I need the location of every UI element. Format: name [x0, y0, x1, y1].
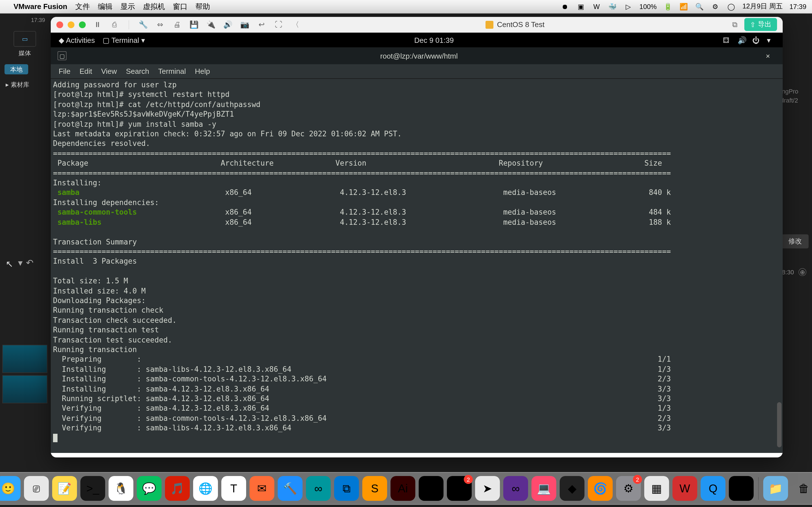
dock-app-sublime[interactable]: S — [362, 476, 387, 501]
dock-app-wps[interactable]: W — [672, 476, 697, 501]
dock-app-capcut[interactable]: ✂ — [729, 476, 754, 501]
term-menu-edit[interactable]: Edit — [80, 67, 92, 75]
export-button[interactable]: ⇧ 导出 — [744, 18, 777, 31]
resize-icon[interactable]: ⇔ — [155, 19, 165, 30]
mac-menu-edit[interactable]: 编辑 — [98, 1, 112, 11]
menubar-date[interactable]: 12月9日 周五 — [742, 2, 783, 11]
cursor-tool-icon[interactable]: ↖ — [6, 258, 15, 267]
pause-icon[interactable]: ⏸ — [93, 19, 103, 30]
terminal-scrollbar[interactable] — [777, 402, 781, 447]
term-menu-search[interactable]: Search — [126, 67, 149, 75]
dock-app-settings[interactable]: ⚙2 — [616, 476, 641, 501]
mac-menubar: VMware Fusion 文件 编辑 显示 虚拟机 窗口 帮助 ⏺ ▣ W 🐳… — [0, 0, 812, 13]
dock-app-blender[interactable]: 🌀 — [588, 476, 613, 501]
picture-in-picture-icon[interactable]: ⧉ — [730, 19, 740, 30]
term-menu-file[interactable]: File — [59, 67, 70, 75]
printer-icon[interactable]: 🖨 — [172, 19, 182, 30]
power-icon[interactable]: ⏻ — [752, 36, 760, 44]
dock-downloads[interactable]: 📁 — [763, 476, 788, 501]
undo-icon[interactable]: ↶ — [26, 258, 33, 268]
terminal-body[interactable]: Adding password for user lzp [root@lzp h… — [51, 79, 783, 453]
dock-app-idea[interactable]: IJ2 — [447, 476, 472, 501]
network-icon[interactable]: ⚃ — [723, 36, 731, 44]
record-icon[interactable]: ⏺ — [560, 2, 569, 11]
dock-app-screenshot[interactable]: ⎚ — [24, 476, 49, 501]
terminal-icon[interactable]: ▢ — [57, 51, 66, 60]
play-tray-icon[interactable]: ▷ — [624, 2, 633, 11]
dock-app-iterm[interactable]: >_ — [80, 476, 105, 501]
tool-chevron-icon[interactable]: ▾ — [18, 258, 22, 268]
export-icon: ⇧ — [750, 20, 756, 29]
dock-trash[interactable]: 🗑 — [792, 476, 812, 501]
bg-tool[interactable]: ↖ ▾ ↶ — [6, 258, 33, 268]
wifi-icon[interactable]: 📶 — [679, 2, 688, 11]
camera-icon[interactable]: 📷 — [240, 19, 250, 30]
usb-icon[interactable]: 🔌 — [206, 19, 216, 30]
dock-app-wechat[interactable]: 💬 — [137, 476, 161, 501]
todesk-tray-icon[interactable]: ▣ — [576, 2, 585, 11]
dock-app-typora[interactable]: T — [221, 476, 246, 501]
dock-app-quicktime[interactable]: Q — [701, 476, 725, 501]
dock-app-notes[interactable]: 📝 — [52, 476, 77, 501]
bg-local-chip[interactable]: 本地 — [4, 64, 28, 74]
wps-tray-icon[interactable]: W — [592, 2, 601, 11]
dock-app-chrome[interactable]: 🌐 — [193, 476, 218, 501]
dock-app-arduino[interactable]: ∞ — [306, 476, 331, 501]
menubar-time[interactable]: 17:39 — [790, 3, 806, 10]
gnome-activities[interactable]: ◆ Activities — [59, 36, 95, 44]
vm-icon — [486, 20, 494, 29]
snapshot-icon[interactable]: ⎙ — [109, 19, 119, 30]
mac-menu-window[interactable]: 窗口 — [173, 1, 188, 11]
dock-app-qq[interactable]: 🐧 — [109, 476, 133, 501]
mac-menu-view[interactable]: 显示 — [120, 1, 135, 11]
term-menu-help[interactable]: Help — [195, 67, 210, 75]
disk-icon[interactable]: 💾 — [189, 19, 199, 30]
bg-media-icon[interactable]: ▭ — [13, 31, 36, 47]
dock-app-ai[interactable]: Ai — [391, 476, 415, 501]
dock-app-postman[interactable]: ✉ — [250, 476, 274, 501]
mac-menu-file[interactable]: 文件 — [75, 1, 90, 11]
fullscreen-icon[interactable]: ⛶ — [273, 19, 284, 30]
battery-icon[interactable]: 🔋 — [663, 2, 672, 11]
dock-app-terminal2[interactable]: ➤ — [475, 476, 500, 501]
term-menu-view[interactable]: View — [101, 67, 117, 75]
dock-app-todesk[interactable]: 💻 — [531, 476, 556, 501]
battery-percent[interactable]: 100% — [640, 3, 657, 10]
docker-tray-icon[interactable]: 🐳 — [608, 2, 617, 11]
mac-menu-vm[interactable]: 虚拟机 — [143, 1, 165, 11]
wrench-icon[interactable]: 🔧 — [138, 19, 148, 30]
dock-app-visualstudio[interactable]: ∞ — [503, 476, 528, 501]
dock-app-launchpad[interactable]: ▦ — [644, 476, 669, 501]
terminal-window: ▢ root@lzp:/var/www/html × File Edit Vie… — [51, 47, 783, 453]
vm-toolbar: ⏸ ⎙ 🔧 ⇔ 🖨 💾 🔌 🔊 📷 ↩ ⛶ 〈 CentOS 8 Test ⧉ … — [51, 17, 783, 33]
mac-app-name[interactable]: VMware Fusion — [13, 2, 67, 11]
system-chevron-icon[interactable]: ▾ — [767, 36, 775, 44]
control-center-icon[interactable]: ⚙ — [711, 2, 720, 11]
bg-zoom-icon[interactable]: ⊕ — [799, 268, 806, 276]
siri-icon[interactable]: ◯ — [726, 2, 735, 11]
window-zoom-button[interactable] — [79, 21, 86, 28]
volume-icon[interactable]: 🔊 — [738, 36, 746, 44]
bg-library-row[interactable]: ▸ 素材库 — [0, 77, 50, 93]
back-icon[interactable]: 〈 — [290, 19, 301, 30]
sound-icon[interactable]: 🔊 — [223, 19, 233, 30]
gnome-clock[interactable]: Dec 9 01:39 — [145, 36, 723, 44]
mac-menu-help[interactable]: 帮助 — [195, 1, 210, 11]
window-close-button[interactable] — [56, 21, 63, 28]
spotlight-icon[interactable]: 🔍 — [695, 2, 704, 11]
dock-app-finder[interactable]: 🙂 — [0, 476, 20, 501]
vm-title: CentOS 8 Test — [307, 20, 723, 29]
dock-app-xcode[interactable]: 🔨 — [278, 476, 303, 501]
dock-app-unity[interactable]: ◆ — [560, 476, 585, 501]
bg-thumbnails[interactable] — [0, 342, 50, 406]
gnome-current-app[interactable]: ▢ Terminal ▾ — [103, 36, 145, 44]
term-menu-terminal[interactable]: Terminal — [158, 67, 186, 75]
dock-app-netease[interactable]: 🎵 — [165, 476, 190, 501]
dock-app-goland[interactable]: GO — [419, 476, 444, 501]
window-minimize-button[interactable] — [68, 21, 74, 28]
terminal-close-button[interactable]: × — [766, 52, 776, 60]
dock-divider — [758, 477, 759, 500]
share-icon[interactable]: ↩ — [257, 19, 267, 30]
bg-modify-button[interactable]: 修改 — [781, 234, 809, 248]
dock-app-vscode[interactable]: ⧉ — [334, 476, 359, 501]
